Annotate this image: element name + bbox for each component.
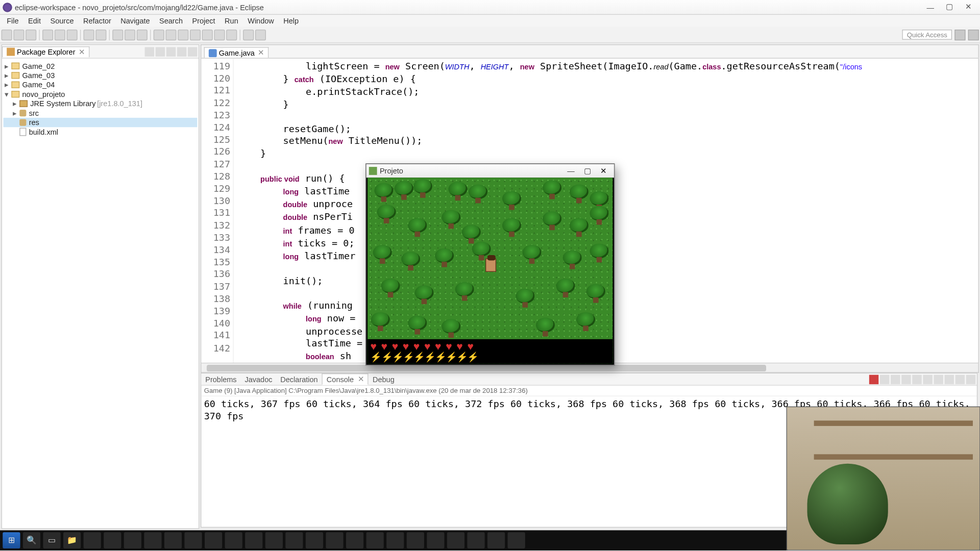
back-icon[interactable] <box>243 29 254 40</box>
filezilla-icon[interactable] <box>225 532 242 548</box>
remove-all-icon[interactable] <box>891 374 900 384</box>
resume-icon[interactable] <box>165 29 176 40</box>
remove-launch-icon[interactable] <box>880 374 889 384</box>
new-package-icon[interactable] <box>84 29 94 40</box>
tab-problems[interactable]: Problems <box>201 374 240 384</box>
close-button[interactable]: ✕ <box>959 1 977 14</box>
game-maximize-button[interactable]: ▢ <box>579 166 595 175</box>
firefox-icon[interactable] <box>144 532 161 548</box>
save-all-icon[interactable] <box>26 29 36 40</box>
quick-access[interactable]: Quick Access <box>902 30 952 40</box>
menu-refactor[interactable]: Refactor <box>79 16 115 26</box>
editor-tab-game[interactable]: Game.java ✕ <box>204 47 269 58</box>
display-console-icon[interactable] <box>934 374 943 384</box>
new-class-icon[interactable] <box>95 29 106 40</box>
app-icon[interactable] <box>407 532 424 548</box>
tree-item[interactable]: ▾novo_projeto <box>4 89 198 98</box>
tab-close-icon[interactable]: ✕ <box>257 48 264 57</box>
minimize-view-icon[interactable] <box>177 47 186 56</box>
tree-item[interactable]: ▸Game_04 <box>4 80 198 89</box>
skype-icon[interactable] <box>447 532 464 548</box>
task-view-icon[interactable]: ▭ <box>43 532 60 548</box>
view-menu-icon[interactable] <box>166 47 176 56</box>
open-type-icon[interactable] <box>112 29 123 40</box>
discord-icon[interactable] <box>386 532 404 548</box>
notepad-icon[interactable] <box>346 532 363 548</box>
tree-item[interactable]: ▸Game_03 <box>4 70 198 80</box>
app-icon[interactable] <box>508 532 525 548</box>
toggle-breadcrumb-icon[interactable] <box>137 29 148 40</box>
collapse-all-icon[interactable] <box>145 47 154 56</box>
game-titlebar[interactable]: Projeto — ▢ ✕ <box>366 164 614 178</box>
game-canvas[interactable] <box>368 178 612 363</box>
maximize-view-icon[interactable] <box>966 374 975 384</box>
package-explorer-tab[interactable]: Package Explorer ✕ <box>2 46 89 57</box>
open-console-icon[interactable] <box>945 374 954 384</box>
app-icon[interactable] <box>487 532 505 548</box>
suspend-icon[interactable] <box>178 29 188 40</box>
illustrator-icon[interactable] <box>184 532 202 548</box>
menu-navigate[interactable]: Navigate <box>116 16 154 26</box>
app-icon[interactable] <box>366 532 384 548</box>
tree-item[interactable]: ▸Game_02 <box>4 61 198 70</box>
forward-icon[interactable] <box>255 29 266 40</box>
run-icon[interactable] <box>55 29 65 40</box>
maximize-view-icon[interactable] <box>188 47 197 56</box>
menu-run[interactable]: Run <box>220 16 242 26</box>
app-icon[interactable] <box>467 532 484 548</box>
coverage-icon[interactable] <box>67 29 78 40</box>
tab-declaration[interactable]: Declaration <box>276 374 322 384</box>
menu-help[interactable]: Help <box>279 16 303 26</box>
edge-icon[interactable] <box>124 532 141 548</box>
photoshop-icon[interactable] <box>164 532 182 548</box>
scroll-lock-icon[interactable] <box>912 374 921 384</box>
tree-item[interactable]: build.xml <box>4 127 198 136</box>
maximize-button[interactable]: ▢ <box>940 1 959 14</box>
step-into-icon[interactable] <box>202 29 213 40</box>
search-icon[interactable]: 🔍 <box>23 532 40 548</box>
skip-breakpoints-icon[interactable] <box>154 29 164 40</box>
app-icon[interactable] <box>427 532 444 548</box>
game-minimize-button[interactable]: — <box>563 167 579 175</box>
debug-icon[interactable] <box>42 29 53 40</box>
minimize-button[interactable]: — <box>921 1 940 14</box>
start-button[interactable]: ⊞ <box>3 532 20 548</box>
tab-debug[interactable]: Debug <box>369 374 399 384</box>
menu-search[interactable]: Search <box>155 16 187 26</box>
pin-console-icon[interactable] <box>923 374 932 384</box>
app-icon[interactable] <box>265 532 283 548</box>
link-editor-icon[interactable] <box>156 47 165 56</box>
clear-console-icon[interactable] <box>901 374 911 384</box>
app-icon[interactable] <box>326 532 343 548</box>
java-perspective-icon[interactable] <box>954 29 965 40</box>
terminate-icon[interactable] <box>869 374 878 384</box>
tab-console[interactable]: Console✕ <box>322 373 369 385</box>
tab-close-icon[interactable]: ✕ <box>77 47 85 56</box>
file-explorer-icon[interactable]: 📁 <box>63 532 81 548</box>
minimize-view-icon[interactable] <box>955 374 965 384</box>
menu-source[interactable]: Source <box>46 16 78 26</box>
app-icon[interactable] <box>285 532 303 548</box>
app-icon[interactable] <box>306 532 323 548</box>
menu-edit[interactable]: Edit <box>24 16 45 26</box>
project-tree[interactable]: ▸Game_02▸Game_03▸Game_04▾novo_projeto▸JR… <box>2 59 199 139</box>
tree-item[interactable]: res <box>4 118 198 127</box>
chrome-icon[interactable] <box>205 532 222 548</box>
search-icon[interactable] <box>125 29 135 40</box>
terminate-icon[interactable] <box>190 29 201 40</box>
game-close-button[interactable]: ✕ <box>595 166 611 175</box>
menu-file[interactable]: File <box>3 16 22 26</box>
step-over-icon[interactable] <box>214 29 225 40</box>
debug-perspective-icon[interactable] <box>968 29 979 40</box>
tab-javadoc[interactable]: Javadoc <box>241 374 277 384</box>
game-window[interactable]: Projeto — ▢ ✕ <box>365 164 615 366</box>
tree-item[interactable]: ▸src <box>4 108 198 117</box>
new-icon[interactable] <box>2 29 12 40</box>
windows-taskbar[interactable]: ⊞ 🔍 ▭ 📁 <box>0 530 788 550</box>
step-return-icon[interactable] <box>226 29 237 40</box>
save-icon[interactable] <box>13 29 24 40</box>
tree-item[interactable]: ▸JRE System Library [jre1.8.0_131] <box>4 99 198 108</box>
eclipse-taskbar-icon[interactable] <box>245 532 262 548</box>
menu-project[interactable]: Project <box>188 16 219 26</box>
ie-icon[interactable] <box>104 532 121 548</box>
